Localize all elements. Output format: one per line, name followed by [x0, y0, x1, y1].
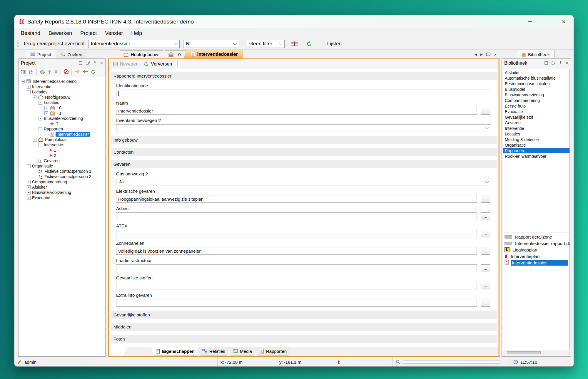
library-item-compartimentering[interactable]: Compartimentering	[503, 98, 569, 103]
refresh-document-button[interactable]: Verversen	[144, 61, 172, 67]
library-item-locaties[interactable]: Locaties	[503, 131, 569, 137]
tree-item-fictieve-contactpersoon-1[interactable]: Fictieve contactpersoon 1	[21, 169, 105, 174]
dropdown-inventaris-toevoegen[interactable]	[116, 124, 491, 132]
ellipsis-button[interactable]: ...	[481, 230, 490, 237]
tree-item-[interactable]: ?	[21, 121, 105, 126]
tree-toolbar-refresh-circle-button[interactable]	[91, 69, 96, 76]
panel-pin-button[interactable]	[93, 61, 97, 66]
bottom-tab-relaties[interactable]: Relaties	[198, 347, 230, 355]
tree-toolbar-sort-structure-button[interactable]	[21, 69, 26, 76]
section-header-rapporten-interventiedossier[interactable]: Rapporten: Interventiedossier	[111, 72, 497, 80]
detail-item-interventiedossier-rapport-deta[interactable]: Interventiedossier rapport deta	[503, 240, 569, 246]
tree-item-0[interactable]: ++0	[21, 105, 105, 110]
input-naam[interactable]	[116, 107, 477, 115]
bottom-tab-rapporten[interactable]: Rapporten	[255, 347, 291, 355]
library-item-rook-en-warmteafvoer[interactable]: Rook-en warmteafvoer	[503, 153, 569, 159]
panel-pin-button[interactable]	[559, 61, 562, 66]
library-item-bestemming-van-lokalen[interactable]: Bestemming van lokalen	[503, 81, 569, 86]
tree-toggle-collapse[interactable]: −	[27, 90, 31, 94]
tree-toggle-collapse[interactable]: −	[39, 143, 42, 147]
tree-item-bluswatervoorziening[interactable]: −Bluswatervoorziening	[21, 116, 105, 121]
bottom-tab-media[interactable]: Media	[228, 347, 256, 355]
horizontal-scrollbar[interactable]	[503, 351, 570, 355]
input-identificatiecode[interactable]	[116, 90, 490, 97]
close-button[interactable]: ×	[555, 15, 572, 28]
tree-item-interventiedossier-demo[interactable]: −Interventiedossier demo	[21, 79, 105, 84]
tree-toggle-collapse[interactable]: −	[33, 95, 36, 99]
ellipsis-button[interactable]: ...	[481, 282, 490, 289]
tree-item-interventie[interactable]: −Interventie	[21, 142, 105, 147]
tree-toolbar-block-button[interactable]	[64, 69, 69, 76]
tree-toolbar-arrow-down-button[interactable]	[54, 69, 58, 75]
panel-maximize-button[interactable]	[79, 61, 82, 66]
input-extra-info-gevaren[interactable]	[116, 299, 477, 307]
bottom-tab-eigenschappen[interactable]: Eigenschappen	[151, 347, 199, 355]
library-item-gevaarlijke-stof[interactable]: Gevaarlijke stof	[503, 114, 569, 120]
ellipsis-button[interactable]: ...	[481, 247, 490, 255]
tree-toggle-expand[interactable]: +	[27, 180, 31, 184]
tab-hoofdgebouw[interactable]: Hoofdgebouw	[116, 50, 163, 58]
tree-item-1[interactable]: 1	[21, 147, 105, 153]
tree-toggle-expand[interactable]: +	[27, 191, 31, 194]
input-atex[interactable]	[116, 230, 477, 237]
library-item-blusmiddel[interactable]: Blusmiddel	[503, 86, 569, 92]
panel-float-button[interactable]	[552, 61, 555, 66]
tree-toolbar-sort-az-button[interactable]: az	[29, 69, 34, 76]
tab-0[interactable]: +0	[161, 50, 186, 58]
tree-toggle-expand[interactable]: +	[27, 85, 31, 89]
tree-toggle-expand[interactable]: +	[44, 106, 48, 110]
library-item-gevaren[interactable]: Gevaren	[503, 120, 569, 125]
tabstrip-windows-button[interactable]	[486, 53, 490, 57]
detail-item-rapport-detailzone[interactable]: Rapport detailzone	[503, 234, 569, 240]
tree-item-afsluiter[interactable]: +Afsluiter	[21, 185, 105, 190]
library-item-bluswatervoorziening[interactable]: Bluswatervoorziening	[503, 92, 569, 98]
dropdown-gas-aanwezig[interactable]: Ja	[116, 178, 491, 185]
panel-close-button[interactable]: ×	[566, 61, 569, 66]
menu-item-bewerken[interactable]: Bewerken	[44, 30, 76, 36]
tree-item-evacuatie[interactable]: +Evacuatie	[21, 195, 105, 200]
tab-zoeken[interactable]: Zoeken	[54, 50, 87, 58]
panel-close-button[interactable]: ×	[100, 61, 103, 66]
section-header-gevaarlijke-stoffen[interactable]: Gevaarlijke stoffen	[111, 311, 497, 319]
tree-item-compartimentering[interactable]: +Compartimentering	[21, 179, 105, 185]
tree-toggle-expand[interactable]: +	[27, 196, 31, 200]
panel-maximize-button[interactable]	[544, 61, 548, 66]
tree-toolbar-arrow-up-button[interactable]	[48, 69, 51, 75]
tree-toolbar-swap-arrows-button[interactable]	[74, 69, 80, 76]
section-header-contacten[interactable]: Contacten	[111, 148, 497, 156]
tree-item-fictieve-contactpersoon-2[interactable]: Fictieve contactpersoon 2	[21, 174, 105, 179]
tree-toggle-expand[interactable]: +	[27, 185, 31, 189]
tab-interventiedossier[interactable]: Interventiedossier	[183, 50, 243, 58]
refresh-icon[interactable]	[306, 41, 312, 47]
library-item-automatische-blusinstallatie[interactable]: Automatische blusinstallatie	[503, 75, 569, 81]
tree-toggle-expand[interactable]: +	[44, 111, 48, 115]
ellipsis-button[interactable]: ...	[481, 195, 490, 203]
ellipsis-button[interactable]: ...	[481, 212, 490, 220]
scrollbar-thumb[interactable]	[507, 351, 541, 354]
tree-item-pomplokaal[interactable]: −Pomplokaal	[21, 137, 105, 142]
minimize-button[interactable]	[521, 15, 538, 28]
ellipsis-button[interactable]: ...	[481, 264, 490, 272]
tree-toggle-collapse[interactable]: −	[39, 127, 42, 131]
tree-toggle-expand[interactable]: +	[39, 159, 42, 163]
tabstrip-nav-left-button[interactable]: ◀	[474, 53, 477, 56]
panel-float-button[interactable]	[86, 61, 90, 66]
tree-item-organisatie[interactable]: −Organisatie	[21, 163, 105, 169]
input-zonnepanelen[interactable]	[116, 247, 477, 255]
tree-toolbar-sync-green-button[interactable]	[83, 69, 88, 76]
tree-item-2[interactable]: 2	[21, 153, 105, 158]
detail-item-liggingsplan[interactable]: LLiggingsplan	[503, 246, 569, 253]
tree-item-locaties[interactable]: −Locaties	[21, 100, 105, 105]
section-header-foto-s[interactable]: Foto's	[111, 335, 497, 343]
section-header-info-gebouw[interactable]: Info gebouw	[111, 136, 497, 144]
library-item-eerste-hulp[interactable]: Eerste hulp	[503, 103, 569, 109]
save-button[interactable]: Bewaren	[113, 61, 138, 67]
lists-button[interactable]: Lijsten...	[327, 41, 346, 47]
zoom-slider[interactable]	[403, 360, 500, 364]
tree-toggle-collapse[interactable]: −	[21, 80, 25, 83]
tree-toggle-collapse[interactable]: −	[39, 101, 42, 105]
ellipsis-button[interactable]: ...	[481, 299, 490, 307]
library-item-afsluiter[interactable]: Afsluiter	[503, 70, 569, 75]
tabstrip-tab-close-button[interactable]: ×	[494, 52, 497, 57]
ellipsis-button[interactable]: ...	[481, 107, 490, 115]
